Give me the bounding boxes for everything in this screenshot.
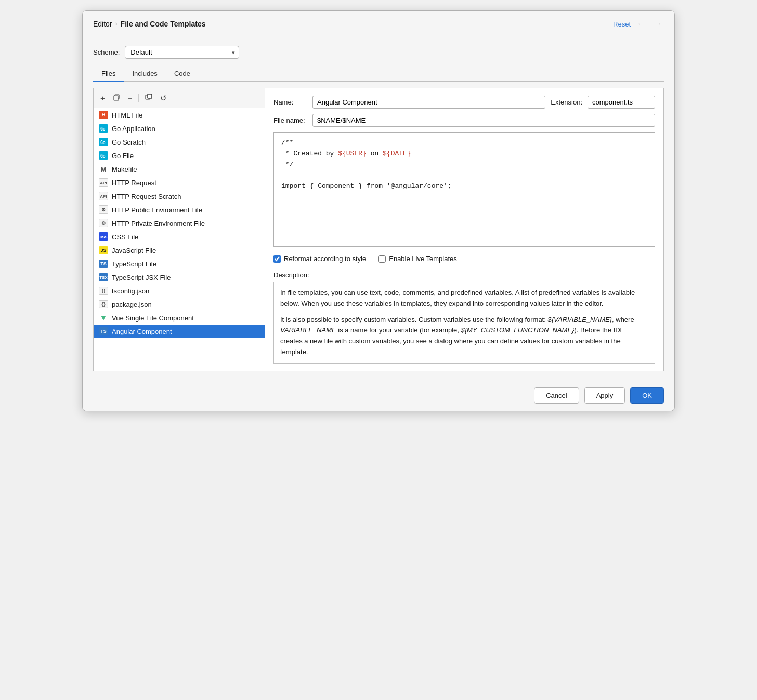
file-item-label: Go Application <box>112 125 155 133</box>
tsx-icon: TSX <box>99 273 108 281</box>
right-panel: Name: Extension: File name: /** * Create… <box>265 88 663 371</box>
checkboxes-row: Reformat according to style Enable Live … <box>273 252 655 266</box>
description-label: Description: <box>273 271 655 279</box>
file-item-label: tsconfig.json <box>112 287 149 295</box>
file-item-label: TypeScript File <box>112 260 156 268</box>
file-item-label: TypeScript JSX File <box>112 274 171 281</box>
list-item[interactable]: API HTTP Request Scratch <box>94 189 265 203</box>
file-item-label: HTTP Public Environment File <box>112 206 202 214</box>
reset-button[interactable]: Reset <box>613 20 631 28</box>
svg-rect-2 <box>148 94 152 98</box>
file-item-label: JavaScript File <box>112 247 156 254</box>
desc-var2: VARIABLE_NAME <box>280 326 336 334</box>
breadcrumb-separator: › <box>115 20 118 28</box>
json-icon: {} <box>99 300 108 308</box>
file-item-label: HTTP Request <box>112 179 156 187</box>
desc-var3: ${MY_CUSTOM_FUNCTION_NAME} <box>461 326 575 334</box>
list-item[interactable]: ⚙ HTTP Private Environment File <box>94 216 265 230</box>
description-section: Description: In file templates, you can … <box>273 271 655 364</box>
vue-icon: ▼ <box>99 314 108 322</box>
go-icon: Go <box>99 151 108 160</box>
list-item[interactable]: M Makefile <box>94 162 265 176</box>
makefile-icon: M <box>99 165 108 173</box>
extension-label: Extension: <box>551 98 582 106</box>
tab-files[interactable]: Files <box>93 66 124 81</box>
file-list-toolbar: + − <box>94 88 265 108</box>
code-editor[interactable]: /** * Created by ${USER} on ${DATE} */ i… <box>273 132 655 247</box>
go-icon: Go <box>99 138 108 146</box>
file-item-label: HTTP Private Environment File <box>112 219 205 227</box>
scheme-label: Scheme: <box>93 48 120 56</box>
list-item[interactable]: JS JavaScript File <box>94 243 265 257</box>
api-icon: API <box>99 178 108 187</box>
list-item[interactable]: css CSS File <box>94 230 265 243</box>
file-item-label: Go Scratch <box>112 138 146 146</box>
scheme-row: Scheme: Default Project ▾ <box>93 46 664 59</box>
svg-text:Go: Go <box>100 140 106 145</box>
file-item-label: Makefile <box>112 165 137 173</box>
breadcrumb: Editor › File and Code Templates <box>93 20 613 28</box>
live-templates-checkbox[interactable] <box>379 255 386 263</box>
reset-template-button[interactable]: ↺ <box>158 92 169 105</box>
apply-button[interactable]: Apply <box>584 387 625 404</box>
dialog-footer: Cancel Apply OK <box>83 380 674 411</box>
tabs-bar: Files Includes Code <box>93 66 664 82</box>
list-item[interactable]: {} tsconfig.json <box>94 284 265 297</box>
list-item[interactable]: H HTML File <box>94 108 265 122</box>
tab-includes[interactable]: Includes <box>124 66 165 81</box>
filename-label: File name: <box>273 116 307 124</box>
dialog-content: Scheme: Default Project ▾ Files Includes… <box>83 37 674 380</box>
file-item-label: Go File <box>112 152 134 160</box>
reformat-checkbox[interactable] <box>273 255 281 263</box>
live-templates-label: Enable Live Templates <box>389 255 457 263</box>
list-item[interactable]: {} package.json <box>94 297 265 311</box>
cancel-button[interactable]: Cancel <box>534 387 579 404</box>
list-item[interactable]: Go Go File <box>94 149 265 162</box>
description-box: In file templates, you can use text, cod… <box>273 282 655 364</box>
main-panel: + − <box>93 88 664 371</box>
list-item[interactable]: Go Go Application <box>94 122 265 135</box>
name-input[interactable] <box>312 96 545 109</box>
ok-button[interactable]: OK <box>630 387 664 404</box>
copy-template-button[interactable] <box>110 92 123 105</box>
list-item[interactable]: ⚙ HTTP Public Environment File <box>94 203 265 216</box>
extension-input[interactable] <box>588 96 655 109</box>
live-templates-checkbox-label[interactable]: Enable Live Templates <box>379 255 457 263</box>
list-item[interactable]: TSX TypeScript JSX File <box>94 270 265 284</box>
list-item-selected[interactable]: TS Angular Component <box>94 325 265 338</box>
duplicate-template-button[interactable] <box>142 92 155 105</box>
file-item-label: HTTP Request Scratch <box>112 192 181 200</box>
description-text-2: It is also possible to specify custom va… <box>280 315 648 358</box>
desc-var1: ${VARIABLE_NAME} <box>547 316 612 323</box>
list-item[interactable]: API HTTP Request <box>94 176 265 189</box>
header-actions: Reset ← → <box>613 18 664 30</box>
add-template-button[interactable]: + <box>98 92 108 104</box>
dialog-header: Editor › File and Code Templates Reset ←… <box>83 11 674 37</box>
env-icon: ⚙ <box>99 205 108 214</box>
api-icon: API <box>99 192 108 200</box>
file-item-label: CSS File <box>112 233 138 241</box>
list-item[interactable]: ▼ Vue Single File Component <box>94 311 265 325</box>
file-item-label: Angular Component <box>112 328 172 335</box>
svg-text:Go: Go <box>100 154 106 159</box>
go-icon: Go <box>99 124 108 133</box>
file-list: H HTML File Go Go Application Go Go Scra <box>94 108 265 338</box>
filename-input[interactable] <box>312 114 655 127</box>
name-label: Name: <box>273 98 307 106</box>
forward-arrow-button[interactable]: → <box>651 18 664 30</box>
file-item-label: Vue Single File Component <box>112 314 194 322</box>
back-arrow-button[interactable]: ← <box>635 18 647 30</box>
svg-rect-0 <box>114 96 119 100</box>
json-icon: {} <box>99 287 108 295</box>
reformat-checkbox-label[interactable]: Reformat according to style <box>273 255 366 263</box>
list-item[interactable]: TS TypeScript File <box>94 257 265 270</box>
filename-row: File name: <box>273 114 655 127</box>
scheme-select[interactable]: Default Project <box>125 46 239 59</box>
tab-code[interactable]: Code <box>166 66 199 81</box>
file-list-panel: + − <box>94 88 265 371</box>
remove-template-button[interactable]: − <box>125 92 135 104</box>
ts-icon: TS <box>99 260 108 268</box>
toolbar-divider <box>138 94 139 102</box>
list-item[interactable]: Go Go Scratch <box>94 135 265 149</box>
svg-text:Go: Go <box>100 127 106 132</box>
